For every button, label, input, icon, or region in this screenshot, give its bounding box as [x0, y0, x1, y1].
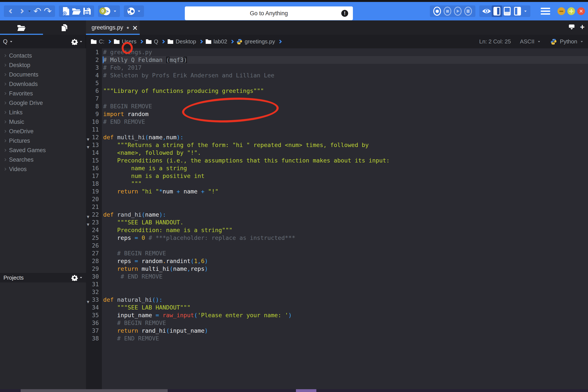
breadcrumb-segment[interactable]: lab02 [206, 38, 228, 45]
code-line[interactable]: 21 [86, 203, 588, 211]
history-dropdown[interactable] [27, 5, 32, 17]
code-line[interactable]: 29 return multi_hi(name,reps) [86, 265, 588, 273]
sidebar-item-documents[interactable]: Documents [0, 70, 86, 79]
code-line-text[interactable] [102, 203, 588, 211]
code-line-text[interactable]: reps = 0 # ***placeholder: replace as in… [102, 234, 588, 242]
back-button[interactable] [6, 5, 16, 17]
code-line-text[interactable]: # greetings.py [102, 48, 588, 56]
code-line-text[interactable]: # Skeleton by Profs Erik Andersen and Li… [102, 72, 588, 79]
macro-record-button[interactable] [432, 5, 442, 17]
sidebar-tab-open-files[interactable] [43, 20, 86, 35]
preview-button[interactable] [482, 5, 492, 17]
code-line-text[interactable]: name is a string [102, 164, 588, 172]
places-settings-button[interactable] [71, 38, 82, 45]
toggle-left-pane-button[interactable] [492, 5, 502, 17]
sidebar-item-pictures[interactable]: Pictures [0, 136, 86, 146]
toggle-right-pane-button[interactable] [512, 5, 523, 17]
sidebar-item-videos[interactable]: Videos [0, 164, 86, 174]
breadcrumb-segment[interactable]: Users [114, 38, 136, 45]
code-line-text[interactable] [102, 280, 588, 288]
save-button[interactable] [82, 5, 92, 17]
code-line-text[interactable]: # END REMOVE [102, 334, 588, 342]
code-line-text[interactable]: num is a positive int [102, 172, 588, 180]
encoding-indicator[interactable]: ASCII [520, 38, 534, 45]
code-line[interactable]: 15 Preconditions (i.e., the assumptions … [86, 157, 588, 164]
code-line-text[interactable]: # BEGIN REMOVE [102, 319, 588, 327]
code-line[interactable]: 38 # END REMOVE [86, 334, 588, 342]
sidebar-item-favorites[interactable]: Favorites [0, 89, 86, 98]
code-line-text[interactable] [102, 79, 588, 87]
code-line[interactable]: ▼22def rand_hi(name): [86, 211, 588, 218]
code-line[interactable]: 11 [86, 126, 588, 134]
code-line[interactable]: ▼13 """Returns a string of the form: "hi… [86, 141, 588, 149]
code-line[interactable]: 10# END REMOVE [86, 118, 588, 126]
code-line-text[interactable]: """Library of functions producing greeti… [102, 87, 588, 95]
close-tab-icon[interactable]: × [132, 24, 138, 32]
scrollbar-thumb-center[interactable] [296, 389, 316, 392]
code-line-text[interactable]: def rand_hi(name): [102, 211, 588, 218]
places-scope-label[interactable]: Q [3, 38, 8, 45]
new-tab-button[interactable]: + [580, 23, 584, 31]
code-editor[interactable]: 1# greetings.py2# Molly Q Feldman (mqf3)… [86, 48, 588, 392]
code-line[interactable]: 36 # BEGIN REMOVE [86, 319, 588, 327]
code-line[interactable]: 34 """SEE LAB HANDOUT""" [86, 304, 588, 312]
code-line[interactable]: 32 [86, 288, 588, 296]
minimize-button[interactable] [558, 7, 565, 15]
code-line[interactable]: ▼33def natural_hi(): [86, 296, 588, 304]
code-line-text[interactable]: """SEE LAB HANDOUT. [102, 218, 588, 226]
code-line-text[interactable]: def natural_hi(): [102, 296, 588, 304]
code-line-text[interactable]: return "hi "*num + name + "!" [102, 188, 588, 195]
code-line-text[interactable]: Precondition: name is a string""" [102, 226, 588, 234]
code-line-text[interactable]: input_name = raw_input('Please enter you… [102, 312, 588, 319]
sidebar-item-downloads[interactable]: Downloads [0, 79, 86, 89]
code-line[interactable]: 31 [86, 280, 588, 288]
code-line[interactable]: 37 return rand_hi(input_name) [86, 327, 588, 334]
code-line[interactable]: 25 reps = 0 # ***placeholder: replace as… [86, 234, 588, 242]
browser-dropdown[interactable] [136, 5, 142, 17]
code-line[interactable]: 7 [86, 95, 588, 102]
code-line-text[interactable] [102, 288, 588, 296]
code-line-text[interactable] [102, 95, 588, 102]
code-line[interactable]: ▼12def multi_hi(name,num): [86, 134, 588, 141]
code-line[interactable]: 17 num is a positive int [86, 172, 588, 180]
macro-play-button[interactable] [452, 5, 463, 17]
new-file-button[interactable] [61, 5, 71, 17]
code-line[interactable]: 8# BEGIN REMOVE [86, 102, 588, 110]
code-line-text[interactable]: # Molly Q Feldman (mqf3) [102, 56, 588, 64]
projects-settings-button[interactable] [71, 274, 82, 281]
code-line[interactable]: 16 name is a string [86, 164, 588, 172]
code-line-text[interactable]: reps = random.randint(1,6) [102, 257, 588, 265]
code-line[interactable]: 20 [86, 195, 588, 203]
code-line-text[interactable]: """SEE LAB HANDOUT""" [102, 304, 588, 312]
breadcrumb-segment[interactable]: Q [146, 38, 158, 45]
syntax-check-button[interactable]: 0 <> [100, 5, 112, 17]
code-line[interactable]: 30 # END REMOVE [86, 273, 588, 280]
code-line-text[interactable]: """Returns a string of the form: "hi " r… [102, 141, 588, 149]
chevron-down-icon[interactable] [538, 41, 540, 42]
sidebar-item-google-drive[interactable]: Google Drive [0, 98, 86, 108]
code-line-text[interactable]: <name>, followed by "!". [102, 149, 588, 157]
chevron-down-icon[interactable] [581, 41, 583, 42]
menu-button[interactable] [541, 8, 550, 14]
browser-preview-button[interactable] [126, 5, 136, 17]
code-line[interactable]: 2# Molly Q Feldman (mqf3) [86, 56, 588, 64]
code-line[interactable]: 27 # BEGIN REMOVE [86, 250, 588, 257]
code-line-text[interactable]: Preconditions (i.e., the assumptions tha… [102, 157, 588, 164]
code-line-text[interactable] [102, 242, 588, 250]
code-line-text[interactable]: # Feb, 2017 [102, 64, 588, 72]
code-line[interactable]: 4# Skeleton by Profs Erik Andersen and L… [86, 72, 588, 79]
language-indicator[interactable]: Python [560, 38, 577, 45]
code-line-text[interactable]: # BEGIN REMOVE [102, 250, 588, 257]
code-line[interactable]: 3# Feb, 2017 [86, 64, 588, 72]
sidebar-item-searches[interactable]: Searches [0, 155, 86, 164]
code-line-text[interactable] [102, 126, 588, 134]
sidebar-item-onedrive[interactable]: OneDrive [0, 126, 86, 136]
sidebar-item-desktop[interactable]: Desktop [0, 60, 86, 70]
horizontal-scrollbar[interactable] [0, 389, 588, 392]
sidebar-item-music[interactable]: Music [0, 117, 86, 126]
view-dropdown[interactable] [523, 5, 528, 17]
sidebar-item-contacts[interactable]: Contacts [0, 51, 86, 60]
sidebar-item-saved-games[interactable]: Saved Games [0, 146, 86, 155]
line-col-indicator[interactable]: Ln: 2 Col: 25 [479, 38, 511, 45]
code-line[interactable]: 19 return "hi "*num + name + "!" [86, 188, 588, 195]
